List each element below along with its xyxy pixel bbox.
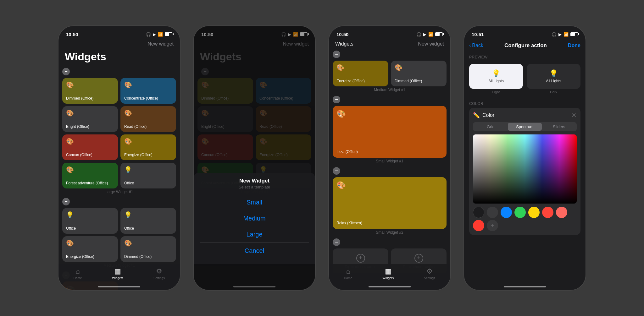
- modal-overlay: New Widget Select a template Small Mediu…: [194, 173, 315, 264]
- medium-widget-grid: 💡 Office 💡 Office 🎨 Energize (Office) 🎨 …: [62, 208, 176, 262]
- time-4: 10:51: [472, 32, 484, 37]
- phone-1: 10:50 🎧 ▶ 📶 New widget Widgets − 🎨 Dimme: [58, 25, 180, 291]
- tab-home-3[interactable]: ⌂ Home: [344, 267, 353, 280]
- minus-btn-medium[interactable]: −: [62, 198, 70, 205]
- nav-link-3[interactable]: New widget: [418, 41, 444, 47]
- swatch-yellow[interactable]: [528, 207, 540, 218]
- scroll-3[interactable]: − 🎨 Energize (Office) 🎨 Dimmed (Office) …: [329, 49, 450, 273]
- modal-small[interactable]: Small: [200, 194, 309, 210]
- swatch-blue[interactable]: [501, 207, 512, 218]
- status-icons-4: 🎧 ▶ 📶: [552, 32, 578, 37]
- light-icon: 💡: [492, 69, 500, 78]
- preview-section-label: PREVIEW: [464, 52, 586, 61]
- widget-icon: 💡: [124, 211, 132, 219]
- back-button[interactable]: ‹ Back: [469, 43, 483, 48]
- config-title: Configure action: [504, 42, 547, 49]
- widget-energize-p3[interactable]: 🎨 Energize (Office): [333, 61, 388, 86]
- wifi-icon: 📶: [564, 32, 569, 37]
- widget-label: Office: [124, 181, 134, 185]
- preview-label-light: All Lights: [488, 79, 504, 83]
- color-section-label: COLOR: [464, 99, 586, 108]
- widget-ibiza-p3[interactable]: 🎨 Ibiza (Office): [333, 106, 447, 158]
- widget-energize-m[interactable]: 🎨 Energize (Office): [62, 236, 118, 262]
- tab-spectrum[interactable]: Spectrum: [508, 123, 542, 131]
- dark-icon: 💡: [549, 69, 558, 78]
- time-1: 10:50: [66, 32, 78, 37]
- widget-office-m1[interactable]: 💡 Office: [62, 208, 118, 234]
- modal-medium[interactable]: Medium: [200, 210, 309, 226]
- back-label: Back: [472, 43, 483, 48]
- widget-label: Energize (Office): [66, 254, 94, 259]
- tab-label: Home: [74, 276, 82, 280]
- tab-sliders[interactable]: Sliders: [542, 123, 576, 131]
- color-spectrum[interactable]: [473, 134, 577, 204]
- minus-btn-large[interactable]: −: [62, 68, 70, 75]
- headphone-icon: 🎧: [416, 32, 421, 37]
- widget-forest-office[interactable]: 🎨 Forest adventure (Office): [62, 163, 118, 188]
- widget-icon: 🎨: [66, 138, 74, 145]
- close-button[interactable]: ✕: [571, 112, 577, 119]
- widget-dimmed-m[interactable]: 🎨 Dimmed (Office): [120, 236, 176, 262]
- status-icons-1: 🎧 ▶ 📶: [146, 32, 172, 37]
- home-icon: ⌂: [346, 267, 350, 275]
- minus-btn-mw3[interactable]: −: [333, 238, 340, 246]
- wifi-icon: 📶: [428, 32, 433, 37]
- minus-btn-sw1[interactable]: −: [333, 96, 340, 103]
- small-w1-section: 🎨 Ibiza (Office) Small Widget #1: [329, 106, 450, 163]
- status-bar-4: 10:51 🎧 ▶ 📶: [464, 26, 586, 40]
- scroll-1[interactable]: − 🎨 Dimmed (Office) 🎨 Concentrate (Offic…: [58, 67, 180, 291]
- mw1-label: Medium Widget #1: [333, 88, 447, 92]
- widget-bright-office[interactable]: 🎨 Bright (Office): [62, 106, 118, 132]
- widget-icon: 💡: [66, 211, 74, 219]
- swatch-black[interactable]: [473, 207, 484, 218]
- minus-btn-sw2[interactable]: −: [333, 167, 340, 175]
- widget-energize-office[interactable]: 🎨 Energize (Office): [120, 134, 176, 160]
- tap-add-icon: +: [356, 254, 365, 263]
- phone4-content: PREVIEW 💡 All Lights Light 💡 All Lights …: [464, 52, 586, 291]
- widget-label: Bright (Office): [66, 124, 89, 129]
- modal-large[interactable]: Large: [200, 226, 309, 242]
- color-picker-card: ✏️ Color ✕ Grid Spectrum Sliders: [469, 108, 580, 235]
- widget-label: Forest adventure (Office): [66, 181, 108, 185]
- color-section: ✏️ Color ✕ Grid Spectrum Sliders: [464, 108, 586, 235]
- widget-label: Read (Office): [124, 124, 147, 129]
- tab-grid[interactable]: Grid: [474, 123, 508, 131]
- widget-label: Concentrate (Office): [124, 96, 158, 101]
- tab-settings-1[interactable]: ⚙ Settings: [153, 267, 165, 280]
- swatch-red-light[interactable]: [556, 207, 567, 218]
- minus-btn-mw1[interactable]: −: [333, 51, 340, 58]
- nav-link-1[interactable]: New widget: [147, 41, 174, 47]
- swatch-red-medium[interactable]: [473, 220, 484, 231]
- tab-widgets-3[interactable]: ▦ Widgets: [382, 267, 394, 280]
- done-button[interactable]: Done: [568, 43, 580, 48]
- large-widget-label: Large Widget #1: [62, 190, 176, 194]
- phone-2: 10:50 🎧 ▶ 📶 New widget Widgets − 🎨Dimmed…: [193, 25, 316, 291]
- tab-label: Settings: [153, 276, 165, 280]
- modal-cancel[interactable]: Cancel: [200, 242, 309, 259]
- signal-icon: ▶: [423, 32, 426, 37]
- widget-label: Cancun (Office): [66, 153, 92, 157]
- widget-cancun-office[interactable]: 🎨 Cancun (Office): [62, 134, 118, 160]
- tab-settings-3[interactable]: ⚙ Settings: [424, 267, 435, 280]
- add-swatch-button[interactable]: +: [487, 220, 498, 231]
- battery-icon: [165, 32, 172, 36]
- widget-office-m2[interactable]: 💡 Office: [120, 208, 176, 234]
- modal-title: New Widget: [200, 178, 309, 184]
- swatch-red-dark[interactable]: [542, 207, 553, 218]
- widget-icon: 🎨: [124, 239, 132, 247]
- home-indicator-4: [504, 286, 546, 287]
- swatch-green[interactable]: [514, 207, 526, 218]
- widget-relax-p3[interactable]: 🎨 Relax (Kitchen): [333, 177, 447, 229]
- widget-dimmed-office[interactable]: 🎨 Dimmed (Office): [62, 78, 118, 104]
- widget-office[interactable]: 💡 Office: [120, 163, 176, 188]
- widget-concentrate-office[interactable]: 🎨 Concentrate (Office): [120, 78, 176, 104]
- tab-home-1[interactable]: ⌂ Home: [74, 267, 82, 280]
- widget-label: Energize (Office): [124, 153, 153, 157]
- widgets-icon: ▦: [114, 267, 121, 275]
- swatch-dark-gray[interactable]: [487, 207, 498, 218]
- color-picker-header: ✏️ Color ✕: [473, 112, 577, 119]
- tab-widgets-1[interactable]: ▦ Widgets: [112, 267, 123, 280]
- widget-dimmed-p3[interactable]: 🎨 Dimmed (Office): [391, 61, 447, 86]
- color-tabs: Grid Spectrum Sliders: [473, 122, 577, 131]
- widget-read-office[interactable]: 🎨 Read (Office): [120, 106, 176, 132]
